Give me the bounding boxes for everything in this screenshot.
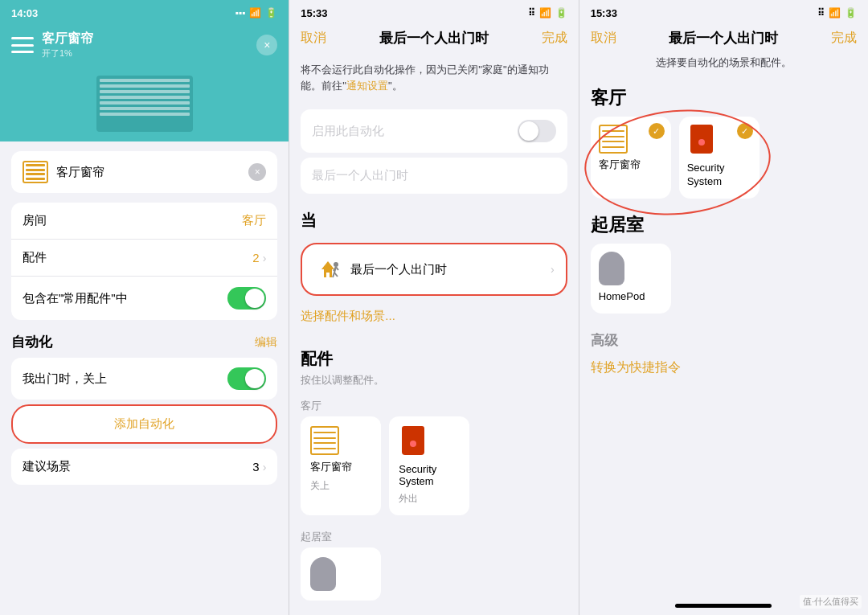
s-led xyxy=(698,139,705,146)
acc-title: 配件 xyxy=(301,340,567,373)
automation-item-toggle[interactable] xyxy=(227,367,266,390)
done-button-2[interactable]: 完成 xyxy=(542,30,567,47)
notification-settings-link[interactable]: 通知设置 xyxy=(346,80,388,92)
device-card2-homepod[interactable]: HomePod xyxy=(591,244,671,314)
panel1-header: 客厅窗帘 开了1% × xyxy=(0,24,289,69)
acc-grid: 客厅窗帘 关上 Security System 外出 xyxy=(301,416,567,515)
accessories-label: 配件 xyxy=(23,250,47,265)
accessories-section: 配件 按住以调整配件。 客厅 客厅窗帘 关上 xyxy=(301,340,567,601)
panel-automation-edit: 15:33 ⠿ 📶 🔋 取消 最后一个人出门时 完成 将不会运行此自动化操作，因… xyxy=(289,0,579,615)
when-icon-container xyxy=(313,255,342,284)
suggest-chevron-icon: › xyxy=(263,461,267,474)
homepod-icon-3 xyxy=(599,252,624,285)
security-body xyxy=(402,433,424,455)
home-leave-icon xyxy=(313,255,344,284)
status-icons-3: ⠿ 📶 🔋 xyxy=(817,7,857,18)
when-card-left: 最后一个人出门时 xyxy=(313,255,447,284)
accessories-row[interactable]: 配件 2 › xyxy=(11,240,277,277)
common-row[interactable]: 包含在"常用配件"中 xyxy=(11,277,277,320)
status-icons-1: ▪▪▪ 📶 🔋 xyxy=(235,7,278,18)
warning-text1: 将不会运行此自动化操作，因为已关闭"家庭"的通知功能。前往" xyxy=(301,64,548,92)
room1-title: 客厅 xyxy=(591,78,857,117)
header-left: 客厅窗帘 开了1% xyxy=(11,31,93,59)
nav-title-2: 最后一个人出门时 xyxy=(379,29,489,47)
add-automation-button[interactable]: 添加自动化 xyxy=(11,404,277,444)
add-automation-wrap: 添加自动化 xyxy=(11,404,277,444)
automation-list: 我出门时，关上 xyxy=(11,358,277,400)
when-section-title: 当 xyxy=(301,199,567,238)
device-remove-button[interactable]: × xyxy=(248,163,266,181)
nav-bar-3: 取消 最后一个人出门时 完成 xyxy=(579,24,868,52)
panel-blind-control: 14:03 ▪▪▪ 📶 🔋 客厅窗帘 开了1% × xyxy=(0,0,289,615)
warning-box: 将不会运行此自动化操作，因为已关闭"家庭"的通知功能。前往"通知设置"。 xyxy=(289,55,578,105)
acc-room-label: 客厅 xyxy=(301,394,567,416)
device-card2-blind[interactable]: ✓ 客厅窗帘 xyxy=(591,117,671,199)
grid-icon-3: ⠿ xyxy=(817,7,825,18)
when-chevron-icon: › xyxy=(551,263,555,276)
enable-toggle[interactable] xyxy=(518,120,556,142)
done-button-3[interactable]: 完成 xyxy=(831,30,857,47)
automation-title: 自动化 xyxy=(11,333,52,351)
add-scene-button[interactable]: 选择配件和场景... xyxy=(301,301,567,332)
automation-header: 自动化 编辑 xyxy=(11,333,277,351)
grid-icon: ⠿ xyxy=(528,7,535,18)
panel-select-accessories: 15:33 ⠿ 📶 🔋 取消 最后一个人出门时 完成 选择要自动化的场景和配件。… xyxy=(579,0,868,615)
svg-point-3 xyxy=(334,262,338,267)
trigger-field[interactable]: 最后一个人出门时 xyxy=(301,158,567,194)
svg-rect-2 xyxy=(326,273,330,277)
wifi-icon: 📶 xyxy=(249,7,261,18)
properties-section: 房间 客厅 配件 2 › 包含在"常用配件"中 xyxy=(11,203,277,320)
homepod-icon xyxy=(310,557,336,591)
cancel-button-2[interactable]: 取消 xyxy=(301,30,326,47)
menu-icon xyxy=(11,37,34,53)
common-label: 包含在"常用配件"中 xyxy=(23,291,128,306)
room1-device-grid-wrap: ✓ 客厅窗帘 ✓ xyxy=(591,117,857,199)
common-toggle[interactable] xyxy=(227,287,266,310)
time-1: 14:03 xyxy=(11,7,38,19)
trigger-placeholder: 最后一个人出门时 xyxy=(312,168,408,183)
header-close-button[interactable]: × xyxy=(256,35,277,55)
panel2-content: 启用此自动化 最后一个人出门时 当 xyxy=(289,105,578,615)
automation-edit-button[interactable]: 编辑 xyxy=(255,335,277,350)
enable-automation-field[interactable]: 启用此自动化 xyxy=(301,109,567,153)
blind-box xyxy=(96,76,193,132)
battery-icon: 🔋 xyxy=(265,7,277,18)
acc-card-security[interactable]: Security System 外出 xyxy=(389,416,469,515)
device-card[interactable]: 客厅窗帘 × xyxy=(11,151,277,193)
warning-text2: "。 xyxy=(388,80,403,92)
room-row[interactable]: 房间 客厅 xyxy=(11,203,277,240)
convert-shortcut-button[interactable]: 转换为快捷指令 xyxy=(591,356,857,379)
room2-title: 起居室 xyxy=(591,208,857,244)
instruction-text: 选择要自动化的场景和配件。 xyxy=(579,52,868,78)
device2-blind-name: 客厅窗帘 xyxy=(599,158,663,172)
when-text: 最后一个人出门时 xyxy=(350,262,447,277)
device-card2-security[interactable]: ✓ Security System xyxy=(679,117,760,199)
security-check-badge: ✓ xyxy=(737,123,753,139)
acc-card-blind[interactable]: 客厅窗帘 关上 xyxy=(301,416,381,515)
automation-item-label: 我出门时，关上 xyxy=(23,371,107,387)
status-bar-1: 14:03 ▪▪▪ 📶 🔋 xyxy=(0,0,289,24)
signal-icon: ▪▪▪ xyxy=(235,7,246,18)
home-bar xyxy=(675,604,772,608)
acc-security-name: Security System xyxy=(399,463,460,487)
battery-icon-3: 🔋 xyxy=(845,7,857,18)
advanced-title: 高级 xyxy=(591,326,857,356)
when-trigger-card[interactable]: 最后一个人出门时 › xyxy=(301,243,567,296)
header-subtitle: 开了1% xyxy=(42,47,93,59)
room2-device-grid: HomePod xyxy=(591,244,857,314)
nav-bar-2: 取消 最后一个人出门时 完成 xyxy=(289,24,578,55)
blind-device-icon xyxy=(23,161,48,183)
security-top xyxy=(402,426,424,433)
advanced-section: 高级 转换为快捷指令 xyxy=(591,326,857,379)
wifi-icon-2: 📶 xyxy=(539,7,551,18)
suggest-scene-row[interactable]: 建议场景 3 › xyxy=(11,449,277,485)
automation-item[interactable]: 我出门时，关上 xyxy=(11,358,277,400)
cancel-button-3[interactable]: 取消 xyxy=(591,30,616,47)
blind-check-badge: ✓ xyxy=(649,123,665,139)
device2-homepod-name: HomePod xyxy=(599,290,663,304)
device2-blind-icon xyxy=(599,125,628,154)
blind-visual xyxy=(0,69,289,141)
accessories-value: 2 › xyxy=(252,251,266,264)
chevron-icon: › xyxy=(263,252,267,264)
panel1-content: 客厅窗帘 × 房间 客厅 配件 2 › 包含在"常用配件"中 xyxy=(0,141,289,615)
